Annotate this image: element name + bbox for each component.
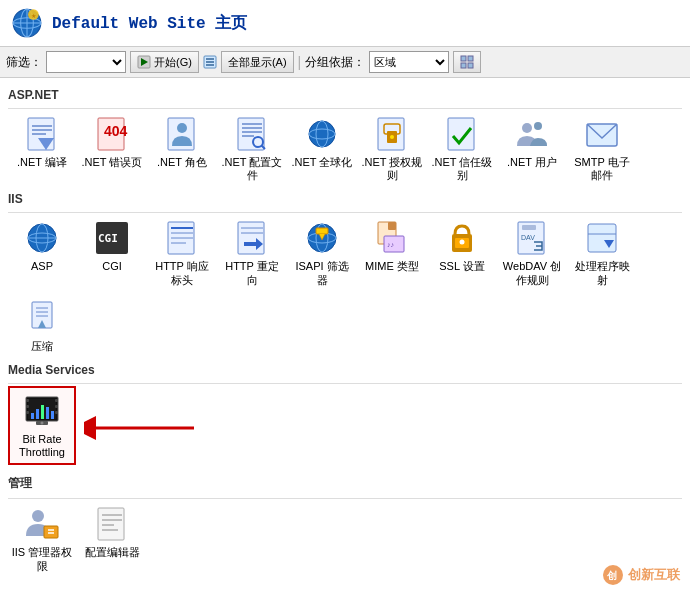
watermark-text: 创新互联 (628, 566, 680, 584)
svg-point-97 (32, 510, 44, 522)
filter-select[interactable] (46, 51, 126, 73)
aspnet-smtp[interactable]: SMTP 电子邮件 (568, 111, 636, 186)
iis-manage-label: IIS 管理器权限 (10, 546, 74, 572)
ssl-label: SSL 设置 (439, 260, 484, 273)
aspnet-grid: .NET 编译 404 .NET 错误页 .NET 角色 (8, 111, 682, 186)
webdav-label: WebDAV 创作规则 (500, 260, 564, 286)
filter-label: 筛选： (6, 54, 42, 71)
svg-rect-85 (55, 399, 58, 402)
svg-point-39 (390, 135, 394, 139)
aspnet-config[interactable]: .NET 配置文件 (218, 111, 286, 186)
manage-divider (8, 498, 682, 499)
svg-rect-15 (461, 63, 466, 68)
net-compile-label: .NET 编译 (17, 156, 67, 169)
start-button[interactable]: 开始(G) (130, 51, 199, 73)
svg-rect-63 (388, 222, 396, 230)
aspnet-header: ASP.NET (8, 88, 682, 104)
media-grid: Bit RateThrottling (8, 386, 76, 465)
svg-rect-13 (461, 56, 466, 61)
svg-rect-83 (26, 405, 29, 408)
aspnet-trust[interactable]: .NET 信任级别 (428, 111, 496, 186)
iis-ssl[interactable]: SSL 设置 (428, 215, 496, 290)
handler-icon (583, 219, 621, 257)
svg-rect-87 (55, 411, 58, 414)
svg-rect-92 (51, 411, 54, 419)
net-config-icon (233, 115, 271, 153)
manage-header: 管理 (8, 475, 682, 494)
group-by-label: 分组依据： (305, 54, 365, 71)
cgi-label: CGI (102, 260, 122, 273)
svg-rect-61 (316, 228, 328, 234)
svg-point-94 (41, 421, 44, 424)
group-icon (203, 55, 217, 69)
aspnet-global[interactable]: .NET 全球化 (288, 111, 356, 186)
iis-header: IIS (8, 192, 682, 208)
smtp-icon (583, 115, 621, 153)
svg-rect-55 (238, 222, 264, 254)
iis-manage-icon (23, 505, 61, 543)
svg-rect-88 (31, 413, 34, 419)
bitrate-label: Bit RateThrottling (19, 433, 65, 459)
iis-grid-row2: 压缩 (8, 295, 682, 357)
iis-asp[interactable]: ASP (8, 215, 76, 290)
net-error-label: .NET 错误页 (82, 156, 143, 169)
net-users-label: .NET 用户 (507, 156, 557, 169)
net-global-icon (303, 115, 341, 153)
aspnet-roles[interactable]: .NET 角色 (148, 111, 216, 186)
svg-rect-84 (26, 411, 29, 414)
svg-text:CGI: CGI (98, 232, 118, 245)
iis-mime[interactable]: ♪♪ MIME 类型 (358, 215, 426, 290)
view-icon (460, 55, 474, 69)
svg-rect-40 (448, 118, 474, 150)
asp-icon (23, 219, 61, 257)
iis-http-headers[interactable]: HTTP 响应标头 (148, 215, 216, 290)
svg-rect-26 (238, 118, 264, 150)
aspnet-error[interactable]: 404 .NET 错误页 (78, 111, 146, 186)
net-roles-label: .NET 角色 (157, 156, 207, 169)
manage-config-editor[interactable]: 配置编辑器 (78, 501, 146, 576)
red-arrow-icon (84, 410, 204, 446)
svg-point-41 (522, 123, 532, 133)
aspnet-auth[interactable]: .NET 授权规则 (358, 111, 426, 186)
aspnet-compile[interactable]: .NET 编译 (8, 111, 76, 186)
svg-text:DAV: DAV (521, 234, 535, 241)
http-headers-icon (163, 219, 201, 257)
iis-cgi[interactable]: CGI CGI (78, 215, 146, 290)
net-compile-icon (23, 115, 61, 153)
aspnet-divider (8, 108, 682, 109)
iis-http-redirect[interactable]: HTTP 重定向 (218, 215, 286, 290)
main-content: ASP.NET .NET 编译 404 (0, 78, 690, 592)
compress-icon (23, 299, 61, 337)
svg-point-25 (177, 123, 187, 133)
http-redirect-icon (233, 219, 271, 257)
page-title: Default Web Site 主页 (52, 13, 247, 34)
iis-webdav[interactable]: DAV WebDAV 创作规则 (498, 215, 566, 290)
aspnet-users[interactable]: .NET 用户 (498, 111, 566, 186)
svg-rect-73 (588, 224, 616, 252)
svg-text:404: 404 (104, 123, 128, 139)
cgi-icon: CGI (93, 219, 131, 257)
media-services-header: Media Services (8, 363, 682, 379)
show-all-button[interactable]: 全部显示(A) (221, 51, 294, 73)
config-editor-icon (93, 505, 131, 543)
net-trust-icon (443, 115, 481, 153)
handler-label: 处理程序映射 (570, 260, 634, 286)
net-users-icon (513, 115, 551, 153)
svg-text:★: ★ (31, 12, 36, 19)
view-button[interactable] (453, 51, 481, 73)
separator: | (298, 54, 302, 70)
compress-label: 压缩 (31, 340, 53, 353)
iis-compress[interactable]: 压缩 (8, 295, 76, 357)
start-icon (137, 55, 151, 69)
iis-isapi[interactable]: ISAPI 筛选器 (288, 215, 356, 290)
bit-rate-throttling[interactable]: Bit RateThrottling (8, 386, 76, 465)
net-auth-label: .NET 授权规则 (360, 156, 424, 182)
group-by-select[interactable]: 区域 (369, 51, 449, 73)
manage-iis[interactable]: IIS 管理器权限 (8, 501, 76, 576)
mime-label: MIME 类型 (365, 260, 419, 273)
http-headers-label: HTTP 响应标头 (150, 260, 214, 286)
smtp-label: SMTP 电子邮件 (570, 156, 634, 182)
iis-handler[interactable]: 处理程序映射 (568, 215, 636, 290)
config-editor-label: 配置编辑器 (85, 546, 140, 559)
svg-rect-16 (468, 63, 473, 68)
